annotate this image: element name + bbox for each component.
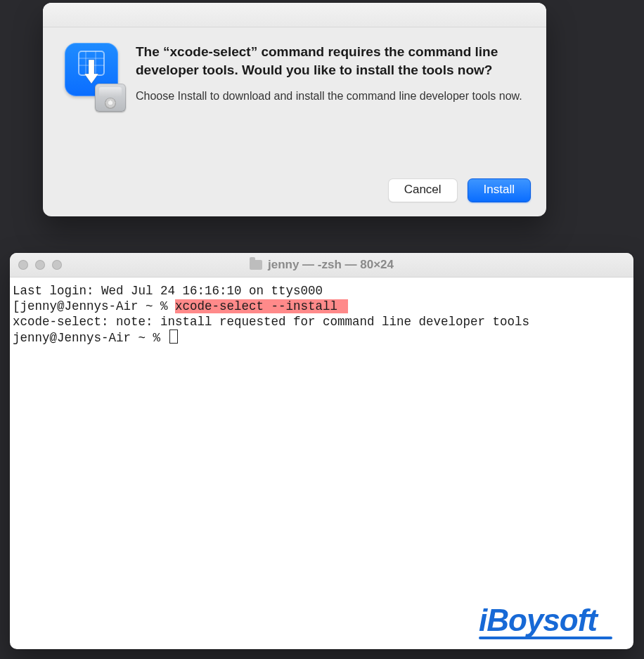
dialog-subtext: Choose Install to download and install t… [136,89,528,104]
watermark-logo: iBoysoft [479,603,612,639]
bracket-open: [ [13,299,20,313]
terminal-output[interactable]: Last login: Wed Jul 24 16:16:10 on ttys0… [10,278,633,346]
prompt-1: jenny@Jennys-Air ~ % [20,299,176,313]
terminal-cursor [169,330,178,344]
install-disk-icon [95,84,126,112]
minimize-icon[interactable] [35,260,45,270]
terminal-titlebar[interactable]: jenny — -zsh — 80×24 [10,253,633,278]
window-controls[interactable] [10,260,62,270]
install-button[interactable]: Install [468,178,531,202]
cancel-button[interactable]: Cancel [388,178,458,202]
folder-icon [250,260,262,270]
prompt-2: jenny@Jennys-Air ~ % [13,331,168,345]
terminal-title: jenny — -zsh — 80×24 [268,258,394,272]
highlighted-command: xcode-select --install [175,299,348,313]
close-icon[interactable] [18,260,28,270]
zoom-icon[interactable] [52,260,62,270]
dialog-heading: The “xcode-select” command requires the … [136,43,528,79]
terminal-window: jenny — -zsh — 80×24 Last login: Wed Jul… [10,253,633,649]
line-note: xcode-select: note: install requested fo… [13,315,529,329]
xcode-install-dialog: The “xcode-select” command requires the … [43,3,546,216]
line-last-login: Last login: Wed Jul 24 16:16:10 on ttys0… [13,284,323,298]
dialog-titlebar[interactable] [43,3,546,27]
dialog-icon [61,43,122,105]
